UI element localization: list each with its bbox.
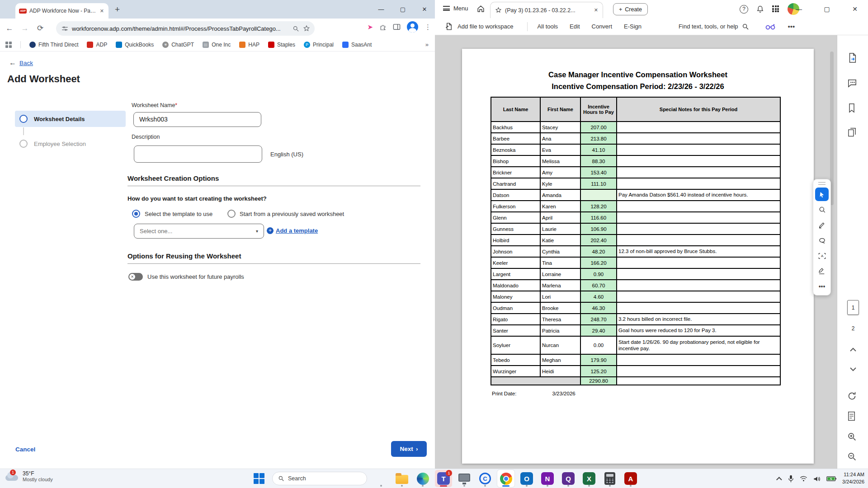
taskbar-app-outlook[interactable]: O xyxy=(518,470,535,487)
side-panel-icon[interactable] xyxy=(393,23,401,30)
reuse-toggle[interactable]: ✕ xyxy=(128,273,143,281)
reload-icon[interactable]: ⟳ xyxy=(33,23,48,33)
comment-tool-icon[interactable] xyxy=(815,203,829,216)
convert-menu[interactable]: Convert xyxy=(592,23,613,30)
back-link[interactable]: ← Back xyxy=(9,59,33,67)
add-template-link[interactable]: + Add a template xyxy=(267,227,318,234)
site-settings-icon[interactable] xyxy=(61,25,68,32)
address-bar[interactable]: workforcenow.adp.com/theme/admin.html#/P… xyxy=(56,21,315,36)
chrome-menu-kebab-icon[interactable]: ⋮ xyxy=(425,23,431,31)
esign-menu[interactable]: E-Sign xyxy=(624,23,642,30)
step-employee-selection[interactable]: Employee Selection xyxy=(15,136,126,152)
add-file-to-workspace[interactable]: Add file to workspace xyxy=(458,23,514,30)
all-tools-menu[interactable]: All tools xyxy=(538,23,558,30)
refresh-icon[interactable] xyxy=(847,391,857,401)
next-page-icon[interactable] xyxy=(847,363,859,375)
page-thumbnail-1[interactable]: 1 xyxy=(847,300,859,315)
radio-select-template-label[interactable]: Select the template to use xyxy=(145,211,212,217)
signature-tool-icon[interactable] xyxy=(815,264,829,278)
acrobat-minimize-button[interactable]: — xyxy=(788,0,809,18)
page-view-icon[interactable] xyxy=(847,411,856,421)
taskbar-app-teams[interactable]: T1 xyxy=(435,470,452,487)
highlight-tool-icon[interactable] xyxy=(815,218,829,232)
next-button[interactable]: Next› xyxy=(391,441,427,457)
wifi-icon[interactable] xyxy=(800,476,807,482)
worksheet-name-input[interactable]: Wrksh003 xyxy=(133,112,261,127)
help-icon[interactable]: ? xyxy=(740,5,748,14)
document-tab-close-icon[interactable]: ✕ xyxy=(594,7,598,13)
edit-menu[interactable]: Edit xyxy=(570,23,580,30)
extensions-puzzle-icon[interactable] xyxy=(379,23,387,31)
battery-charging-icon[interactable] xyxy=(826,476,836,482)
taskbar-app-acrobat[interactable]: A xyxy=(622,470,639,487)
back-icon[interactable]: ← xyxy=(2,24,17,33)
new-tab-button[interactable]: + xyxy=(115,5,120,14)
favorite-star-icon[interactable] xyxy=(495,7,502,14)
zoom-icon[interactable] xyxy=(292,25,299,32)
ai-assistant-icon[interactable] xyxy=(765,23,775,30)
radio-saved-worksheet[interactable] xyxy=(227,210,236,218)
taskbar-app-file-explorer[interactable] xyxy=(393,470,410,487)
more-tools-icon[interactable]: ••• xyxy=(815,280,829,293)
bookmark-item[interactable]: Staples xyxy=(268,42,295,48)
browser-tab[interactable]: ADP ADP Workforce Now - Payroll D... ✕ xyxy=(15,3,108,19)
chrome-minimize-button[interactable]: — xyxy=(371,0,392,19)
radio-saved-worksheet-label[interactable]: Start from a previously saved worksheet xyxy=(240,211,344,217)
taskbar-clock[interactable]: 11:24 AM 3/24/2026 xyxy=(842,471,864,486)
extension-pink-icon[interactable]: ➤ xyxy=(367,23,373,31)
bookmark-item[interactable]: ✳ChatGPT xyxy=(162,42,194,48)
bookmark-item[interactable]: Fifth Third Direct xyxy=(29,42,78,48)
comments-panel-icon[interactable] xyxy=(847,79,857,88)
taskbar-app-remote-desktop[interactable] xyxy=(456,470,473,487)
create-button[interactable]: + Create xyxy=(613,3,648,15)
taskbar-app-edge[interactable] xyxy=(414,470,431,487)
forward-icon[interactable]: → xyxy=(17,24,33,33)
apps-grid-icon[interactable] xyxy=(772,5,779,13)
start-button[interactable] xyxy=(254,473,265,484)
taskbar-app-onenote[interactable]: N xyxy=(539,470,556,487)
taskbar-app-app-dark-square[interactable] xyxy=(373,470,390,487)
home-icon[interactable] xyxy=(476,5,485,13)
hidden-icons-chevron[interactable] xyxy=(776,477,782,483)
acrobat-menu-button[interactable]: Menu xyxy=(443,5,468,12)
acrobat-close-button[interactable]: ✕ xyxy=(844,0,865,18)
bookmarks-panel-icon[interactable] xyxy=(847,103,856,113)
radio-select-template[interactable] xyxy=(132,210,140,218)
template-select[interactable]: Select one... ▾ xyxy=(134,224,264,239)
step-worksheet-details[interactable]: Worksheet Details xyxy=(15,111,126,127)
description-input[interactable] xyxy=(134,145,262,163)
bookmarks-overflow-icon[interactable]: » xyxy=(425,41,429,48)
bookmark-item[interactable]: HAP xyxy=(239,42,259,48)
taskbar-app-carbonite[interactable]: C xyxy=(476,470,494,487)
search-icon[interactable] xyxy=(742,23,749,30)
bookmark-item[interactable]: ADP xyxy=(87,42,107,48)
zoom-out-icon[interactable] xyxy=(847,452,857,461)
taskbar-app-calculator[interactable] xyxy=(601,470,618,487)
acrobat-maximize-button[interactable]: ▢ xyxy=(816,0,837,18)
taskbar-search[interactable]: Search xyxy=(272,472,367,485)
weather-widget[interactable]: 1 35°F Mostly cloudy xyxy=(5,470,53,482)
document-tab[interactable]: (Pay 3) 01.23.26 - 03.22.2... ✕ xyxy=(490,2,603,18)
taskbar-app-excel[interactable]: X xyxy=(580,470,598,487)
taskbar-app-chrome[interactable] xyxy=(497,470,514,487)
bookmark-item[interactable]: QuickBooks xyxy=(116,42,154,48)
add-text-tool-icon[interactable]: A xyxy=(815,249,829,263)
apps-grid-icon[interactable] xyxy=(5,42,12,48)
chrome-close-button[interactable]: ✕ xyxy=(414,0,435,19)
url-text[interactable]: workforcenow.adp.com/theme/admin.html#/P… xyxy=(72,25,289,32)
volume-icon[interactable] xyxy=(813,476,821,482)
bookmark-item[interactable]: SaasAnt xyxy=(342,42,372,48)
chrome-maximize-button[interactable]: ▢ xyxy=(392,0,413,19)
bookmark-star-icon[interactable] xyxy=(303,25,310,32)
page-thumbnail-2[interactable]: 2 xyxy=(847,321,859,336)
pages-panel-icon[interactable] xyxy=(847,127,857,137)
find-label[interactable]: Find text, tools, or help xyxy=(679,23,738,30)
taskbar-app-quickbooks[interactable]: Q xyxy=(560,470,577,487)
tab-close-icon[interactable]: ✕ xyxy=(99,8,105,14)
notifications-bell-icon[interactable] xyxy=(756,5,764,13)
cancel-link[interactable]: Cancel xyxy=(15,446,35,453)
export-pdf-icon[interactable] xyxy=(847,52,857,63)
select-tool-icon[interactable] xyxy=(815,188,829,201)
bookmark-item[interactable]: |||One Inc xyxy=(203,42,231,48)
profile-avatar[interactable] xyxy=(407,21,418,33)
